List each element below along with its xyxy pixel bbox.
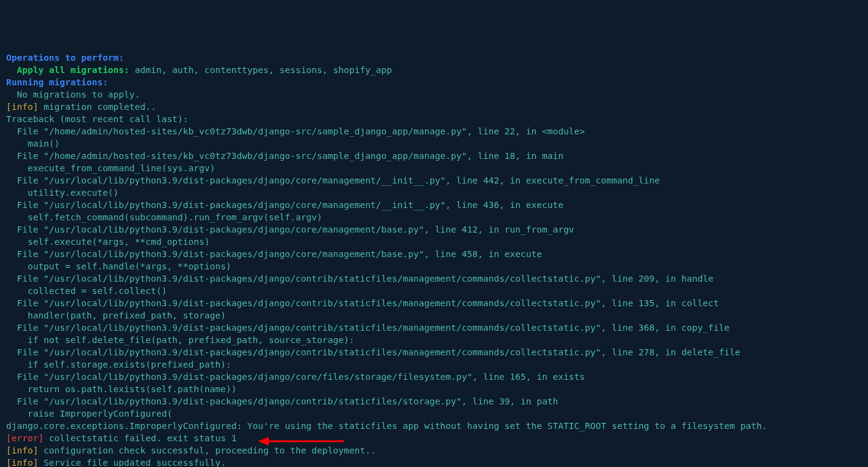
traceback-line: File "/usr/local/lib/python3.9/dist-pack… bbox=[6, 347, 740, 357]
error-tag: [error] bbox=[6, 433, 44, 443]
traceback-header: Traceback (most recent call last): bbox=[6, 114, 188, 124]
traceback-line: utility.execute() bbox=[6, 188, 118, 198]
apply-migrations-label: Apply all migrations: bbox=[6, 65, 135, 75]
traceback-line: if not self.delete_file(path, prefixed_p… bbox=[6, 335, 354, 345]
info-service-text: Service file updated successfully. bbox=[38, 458, 226, 467]
traceback-line: handler(path, prefixed_path, storage) bbox=[6, 311, 226, 320]
traceback-line: if self.storage.exists(prefixed_path): bbox=[6, 360, 231, 369]
apply-migrations-list: admin, auth, contenttypes, sessions, sho… bbox=[135, 65, 392, 75]
traceback-line: File "/usr/local/lib/python3.9/dist-pack… bbox=[6, 200, 564, 210]
traceback-line: return os.path.lexists(self.path(name)) bbox=[6, 384, 236, 394]
running-migrations-header: Running migrations: bbox=[6, 77, 108, 87]
traceback-line: execute_from_command_line(sys.argv) bbox=[6, 163, 215, 173]
info-tag: [info] bbox=[6, 446, 38, 455]
traceback-line: self.execute(*args, **cmd_options) bbox=[6, 237, 210, 247]
info-tag: [info] bbox=[6, 458, 38, 467]
traceback-line: main() bbox=[6, 139, 60, 149]
traceback-line: File "/home/admin/hosted-sites/kb_vc0tz7… bbox=[6, 126, 585, 136]
exception-text: django.core.exceptions.ImproperlyConfigu… bbox=[6, 421, 767, 431]
traceback-line: output = self.handle(*args, **options) bbox=[6, 261, 231, 271]
operations-header: Operations to perform: bbox=[6, 53, 124, 63]
annotation-arrow-icon bbox=[258, 435, 344, 447]
traceback-line: raise ImproperlyConfigured( bbox=[6, 409, 172, 419]
svg-marker-1 bbox=[258, 437, 269, 446]
traceback-line: File "/usr/local/lib/python3.9/dist-pack… bbox=[6, 249, 542, 259]
traceback-line: File "/usr/local/lib/python3.9/dist-pack… bbox=[6, 298, 719, 308]
migration-completed-text: migration completed.. bbox=[38, 102, 156, 112]
terminal-output[interactable]: Operations to perform: Apply all migrati… bbox=[6, 52, 862, 467]
error-collectstatic-text: collectstatic failed. exit status 1 bbox=[44, 433, 236, 443]
traceback-line: collected = self.collect() bbox=[6, 286, 167, 296]
traceback-line: File "/home/admin/hosted-sites/kb_vc0tz7… bbox=[6, 151, 564, 161]
traceback-line: File "/usr/local/lib/python3.9/dist-pack… bbox=[6, 274, 713, 284]
traceback-line: self.fetch_command(subcommand).run_from_… bbox=[6, 212, 322, 222]
traceback-line: File "/usr/local/lib/python3.9/dist-pack… bbox=[6, 225, 574, 234]
traceback-line: File "/usr/local/lib/python3.9/dist-pack… bbox=[6, 176, 660, 185]
no-migrations-text: No migrations to apply. bbox=[6, 90, 140, 99]
traceback-line: File "/usr/local/lib/python3.9/dist-pack… bbox=[6, 372, 585, 382]
info-tag: [info] bbox=[6, 102, 38, 112]
traceback-line: File "/usr/local/lib/python3.9/dist-pack… bbox=[6, 396, 558, 406]
traceback-line: File "/usr/local/lib/python3.9/dist-pack… bbox=[6, 323, 730, 333]
